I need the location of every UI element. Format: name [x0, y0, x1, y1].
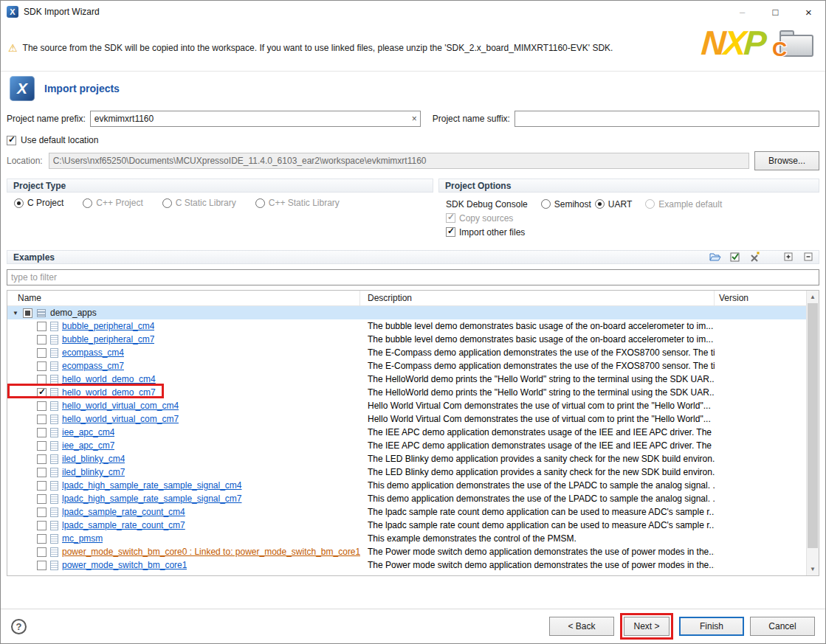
example-checkbox[interactable]	[37, 388, 47, 398]
deselect-all-icon[interactable]	[749, 251, 761, 263]
example-checkbox[interactable]	[37, 415, 47, 424]
example-checkbox[interactable]	[37, 441, 47, 451]
project-name-prefix-input[interactable]	[90, 111, 421, 127]
project-name-form: Project name prefix: × Project name suff…	[1, 105, 825, 170]
table-row[interactable]: lpadc_sample_rate_count_cm4 The lpadc sa…	[7, 505, 819, 519]
c-project-radio[interactable]	[14, 198, 24, 208]
table-row[interactable]: lpadc_high_sample_rate_sample_signal_cm7…	[7, 492, 819, 505]
example-checkbox[interactable]	[37, 468, 47, 477]
example-checkbox[interactable]	[37, 547, 47, 557]
table-row[interactable]: power_mode_switch_bm_core1 The Power mod…	[7, 558, 819, 572]
example-checkbox[interactable]	[37, 348, 47, 358]
expand-all-icon[interactable]	[783, 251, 795, 263]
example-checkbox[interactable]	[37, 375, 47, 384]
example-checkbox[interactable]	[37, 361, 47, 371]
table-row[interactable]: iee_apc_cm7 The IEE APC demo application…	[7, 439, 819, 452]
example-name-link[interactable]: lpadc_high_sample_rate_sample_signal_cm7	[62, 494, 242, 504]
example-name-link[interactable]: ecompass_cm7	[62, 361, 124, 371]
example-name-link[interactable]: lpadc_sample_rate_count_cm4	[62, 507, 185, 517]
radio-cpp-project[interactable]: C++ Project	[83, 198, 142, 208]
clear-prefix-icon[interactable]: ×	[412, 113, 417, 125]
example-checkbox[interactable]	[37, 534, 47, 544]
example-name-link[interactable]: lpadc_sample_rate_count_cm7	[62, 520, 185, 530]
scrollbar-thumb[interactable]	[808, 303, 818, 548]
example-checkbox[interactable]	[37, 454, 47, 464]
table-row[interactable]: lpadc_high_sample_rate_sample_signal_cm4…	[7, 479, 819, 492]
close-button[interactable]: ×	[792, 1, 825, 23]
example-name-link[interactable]: iee_apc_cm4	[62, 427, 114, 437]
example-doc-icon	[50, 508, 58, 517]
example-name-link[interactable]: hello_world_demo_cm4	[62, 374, 156, 384]
use-default-location-checkbox[interactable]	[7, 136, 16, 145]
table-row[interactable]: lpadc_sample_rate_count_cm7 The lpadc sa…	[7, 519, 819, 532]
minimize-button[interactable]: –	[726, 1, 759, 23]
example-name-link[interactable]: hello_world_virtual_com_cm7	[62, 414, 179, 424]
help-button[interactable]: ?	[11, 619, 27, 634]
example-name-link[interactable]: mc_pmsm	[62, 533, 103, 544]
back-button[interactable]: < Back	[549, 617, 614, 636]
project-name-suffix-input[interactable]	[514, 111, 819, 127]
finish-button[interactable]: Finish	[679, 617, 744, 636]
table-row[interactable]: iled_blinky_cm4 The LED Blinky demo appl…	[7, 452, 819, 465]
example-checkbox[interactable]	[37, 494, 47, 504]
example-name-link[interactable]: iled_blinky_cm7	[62, 467, 125, 477]
radio-c-static-library[interactable]: C Static Library	[162, 198, 236, 208]
example-name-link[interactable]: bubble_peripheral_cm4	[62, 321, 154, 331]
radio-cpp-static-library[interactable]: C++ Static Library	[255, 198, 340, 208]
example-name-link[interactable]: power_mode_switch_bm_core1	[62, 560, 187, 570]
vertical-scrollbar[interactable]: ▲ ▼	[806, 291, 819, 575]
example-name-link[interactable]: bubble_peripheral_cm7	[62, 334, 154, 344]
cancel-button[interactable]: Cancel	[750, 617, 815, 636]
table-row[interactable]: hello_world_virtual_com_cm4 Hello World …	[7, 399, 819, 412]
semihost-radio[interactable]	[541, 199, 551, 209]
radio-c-project[interactable]: C Project	[14, 198, 63, 208]
example-checkbox[interactable]	[37, 335, 47, 344]
example-name-link[interactable]: ecompass_cm4	[62, 347, 124, 358]
table-row[interactable]: mc_pmsm This example demonstrates the co…	[7, 532, 819, 545]
browse-button[interactable]: Browse...	[754, 151, 819, 170]
table-row[interactable]: ecompass_cm4 The E-Compass demo applicat…	[7, 346, 819, 359]
tree-expander-icon[interactable]: ▼	[11, 310, 20, 316]
collapse-all-icon[interactable]	[803, 251, 815, 263]
filter-input[interactable]	[7, 269, 819, 285]
table-row[interactable]: power_mode_switch_bm_core0 : Linked to: …	[7, 545, 819, 558]
example-checkbox[interactable]	[37, 561, 47, 570]
table-row-demo-apps[interactable]: ▼ demo_apps	[7, 306, 819, 319]
scroll-up-icon[interactable]: ▲	[807, 291, 819, 303]
table-row[interactable]: bubble_peripheral_cm4 The bubble level d…	[7, 319, 819, 333]
table-row[interactable]: bubble_peripheral_cm7 The bubble level d…	[7, 333, 819, 346]
example-checkbox[interactable]	[37, 481, 47, 491]
example-checkbox[interactable]	[37, 508, 47, 517]
scroll-down-icon[interactable]: ▼	[807, 563, 819, 575]
table-row[interactable]: hello_world_virtual_com_cm7 Hello World …	[7, 412, 819, 426]
next-button[interactable]: Next >	[624, 617, 670, 636]
example-name-link[interactable]: hello_world_demo_cm7	[62, 387, 156, 398]
cpp-project-label: C++ Project	[96, 198, 142, 208]
warning-icon: ⚠	[8, 43, 18, 53]
example-checkbox[interactable]	[37, 521, 47, 530]
open-folder-icon[interactable]	[709, 251, 721, 263]
import-other-files-checkbox[interactable]	[446, 227, 455, 237]
demo-apps-checkbox[interactable]	[23, 308, 32, 318]
table-row[interactable]: iled_blinky_cm7 The LED Blinky demo appl…	[7, 465, 819, 479]
example-name-link[interactable]: hello_world_virtual_com_cm4	[62, 401, 179, 411]
example-name-link[interactable]: iee_apc_cm7	[62, 440, 114, 451]
example-name-link[interactable]: power_mode_switch_bm_core0 : Linked to: …	[62, 547, 360, 557]
table-row[interactable]: hello_world_demo_cm4 The HelloWorld demo…	[7, 373, 819, 386]
uart-radio[interactable]	[595, 199, 605, 209]
cpp-project-radio[interactable]	[83, 198, 92, 208]
table-row[interactable]: iee_apc_cm4 The IEE APC demo application…	[7, 426, 819, 439]
table-row[interactable]: ecompass_cm7 The E-Compass demo applicat…	[7, 359, 819, 373]
example-name-link[interactable]: iled_blinky_cm4	[62, 454, 125, 464]
maximize-button[interactable]: □	[759, 1, 792, 23]
example-checkbox[interactable]	[37, 401, 47, 411]
cpp-static-library-radio[interactable]	[255, 198, 265, 208]
table-row[interactable]: hello_world_demo_cm7 The HelloWorld demo…	[7, 386, 819, 399]
window-controls: – □ ×	[726, 1, 825, 23]
c-static-library-radio[interactable]	[162, 198, 172, 208]
select-all-icon[interactable]	[729, 251, 741, 263]
example-name-link[interactable]: lpadc_high_sample_rate_sample_signal_cm4	[62, 480, 242, 491]
example-checkbox[interactable]	[37, 322, 47, 331]
annotation-next-box: Next >	[620, 613, 673, 640]
example-checkbox[interactable]	[37, 428, 47, 437]
